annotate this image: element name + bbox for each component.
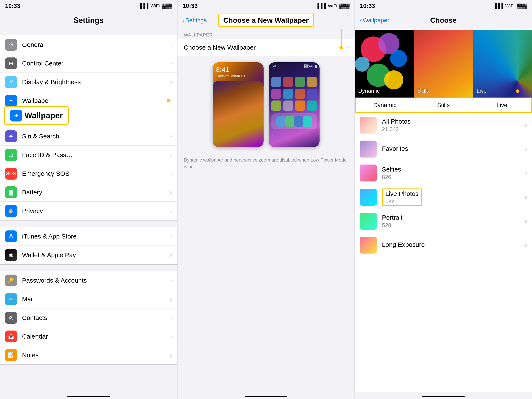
p3-album-row-long-exposure[interactable]: Long Exposure › [355,233,532,257]
p3-album-row-portrait[interactable]: Portrait 528 › [355,209,532,233]
general-chevron: › [170,41,172,48]
p3-album-chevron-portrait: › [525,218,527,225]
p3-live-photos-annotation-box: Live Photos 122 [382,189,422,206]
p3-dynamic-label: Dynamic [358,88,380,94]
control-center-chevron: › [170,60,172,67]
p2-lockscreen-preview[interactable]: 8:41 Tuesday, January 9 [213,62,264,147]
display-brightness-label: Display & Brightness [22,78,170,86]
wallet-icon: ◉ [5,249,17,261]
p3-status-time: 10:33 [360,3,375,9]
calendar-label: Calendar [22,333,170,340]
passwords-icon: 🔑 [5,275,17,286]
emergency-sos-icon: SOS [5,168,17,180]
home-bar [67,396,110,397]
p2-scroll-content: WALLPAPER Choose a New Wallpaper › 8:41 … [177,29,355,392]
p2-dock-1 [276,116,285,127]
settings-item-privacy[interactable]: ✋ Privacy › [0,202,177,220]
p2-home-status: 9:41 ▐▐ WiFi ▓ [269,62,320,70]
p3-album-row-selfies[interactable]: Selfies 826 › [355,161,532,185]
p3-back-label: Wallpaper [363,17,389,24]
settings-item-face-id[interactable]: ❑ Face ID & Pass… › [0,146,177,164]
p3-album-row-all-photos[interactable]: All Photos 21,342 › [355,113,532,137]
settings-title: Settings [74,16,104,25]
p2-nav-title: Choose a New Wallpaper [223,16,309,24]
wallpaper-annotation-box: ✦ Wallpaper [4,106,69,125]
wallpaper-chevron: › [170,97,172,104]
p3-album-thumb-long-exposure [360,237,377,253]
p3-album-count-live-photos: 122 [385,197,418,204]
settings-item-siri[interactable]: ◈ Siri & Search › [0,127,177,146]
p2-wallpaper-previews: 8:41 Tuesday, January 9 9:41 ▐▐ WiFi ▓ [177,56,355,153]
p2-annotation-line [341,29,342,46]
notes-chevron: › [170,352,172,359]
p2-app-12 [307,101,317,111]
p2-nav-bar: ‹ Settings Choose a New Wallpaper [177,12,355,29]
p2-title-annotation-wrapper: Choose a New Wallpaper [218,13,314,27]
settings-item-itunes[interactable]: A iTunes & App Store › [0,227,177,246]
p2-choose-row[interactable]: Choose a New Wallpaper › [177,39,355,56]
p2-lock-date: Tuesday, January 9 [216,74,260,77]
settings-item-display-brightness[interactable]: ☀ Display & Brightness › [0,73,177,91]
p3-live-photos-annotation-wrapper: Live Photos 122 [382,189,422,206]
p2-homescreen-preview[interactable]: 9:41 ▐▐ WiFi ▓ [269,62,320,147]
contacts-label: Contacts [22,314,170,321]
p3-album-info-long-exposure: Long Exposure [382,241,525,249]
p2-app-5 [271,89,281,99]
settings-item-contacts[interactable]: ◎ Contacts › [0,309,177,327]
p3-back-button[interactable]: ‹ Wallpaper [360,17,389,24]
p3-thumb-live[interactable]: Live [473,30,532,97]
settings-item-notes[interactable]: 📝 Notes › [0,346,177,364]
p2-wallpaper-note: Dynamic wallpaper and perspective zoom a… [177,153,355,173]
p3-album-row-live-photos[interactable]: Live Photos 122 › [355,185,532,209]
emergency-sos-label: Emergency SOS [22,170,170,177]
settings-item-general[interactable]: ⚙ General › [0,35,177,54]
settings-item-battery[interactable]: ▓ Battery › [0,183,177,202]
wallpaper-settings-panel: 10:33 ▐▐▐ WiFi ▓▓▓ ‹ Settings Choose a N… [177,0,355,399]
settings-item-mail[interactable]: ✉ Mail › [0,290,177,309]
dot-blue [390,50,407,67]
p3-album-thumb-portrait [360,213,377,230]
p3-back-chevron: ‹ [360,17,362,24]
p3-album-name-long-exposure: Long Exposure [382,241,525,248]
settings-item-emergency-sos[interactable]: SOS Emergency SOS › [0,164,177,183]
settings-item-wallpaper[interactable]: ✦ Wallpaper › ✦ Wallpaper [0,91,177,110]
p2-app-10 [283,101,293,111]
settings-item-wallet[interactable]: ◉ Wallet & Apple Pay › [0,246,177,264]
p2-app-7 [295,89,305,99]
dot-teal [355,57,370,72]
p2-wifi-icon: WiFi [328,3,337,9]
p2-annotation-box: Choose a New Wallpaper [218,13,314,27]
p3-album-name-all-photos: All Photos [382,118,525,125]
settings-item-control-center[interactable]: ⊞ Control Center › [0,54,177,73]
p3-stills-label: Stills [418,88,429,94]
p2-back-label: Settings [185,17,207,24]
live-bg [473,30,532,97]
privacy-chevron: › [170,208,172,214]
wallpaper-annotation-label: Wallpaper [25,111,63,120]
p2-app-4 [307,77,317,87]
p3-wallpaper-thumbs: Dynamic Stills Live [355,30,532,97]
p2-home-bar [245,396,287,397]
p3-album-row-favorites[interactable]: Favorites › [355,137,532,161]
p3-album-count-selfies: 826 [382,174,525,180]
p3-thumb-stills[interactable]: Stills [414,30,473,97]
p2-dock-4 [303,116,312,127]
p3-album-name-selfies: Selfies [382,166,525,173]
siri-chevron: › [170,133,172,140]
itunes-chevron: › [170,233,172,240]
p3-thumb-dynamic[interactable]: Dynamic [355,30,413,97]
p3-live-label: Live [477,88,487,94]
p2-signal-icon: ▐▐▐ [316,3,326,9]
settings-group-3: 🔑 Passwords & Accounts › ✉ Mail › ◎ Cont… [0,271,177,365]
p2-lock-time: 8:41 [216,66,260,74]
settings-item-calendar[interactable]: 📅 Calendar › [0,327,177,346]
settings-item-passwords[interactable]: 🔑 Passwords & Accounts › [0,271,177,290]
p2-app-2 [283,77,293,87]
p3-album-name-live-photos: Live Photos [385,190,418,197]
p2-back-button[interactable]: ‹ Settings [183,17,207,24]
p3-battery-icon: ▓▓▓ [517,3,527,9]
wallpaper-label: Wallpaper [22,97,165,104]
p2-app-6 [283,89,293,99]
p3-album-chevron-selfies: › [525,170,527,176]
status-bar: 10:33 ▐▐▐ WiFi ▓▓▓ [0,0,177,12]
